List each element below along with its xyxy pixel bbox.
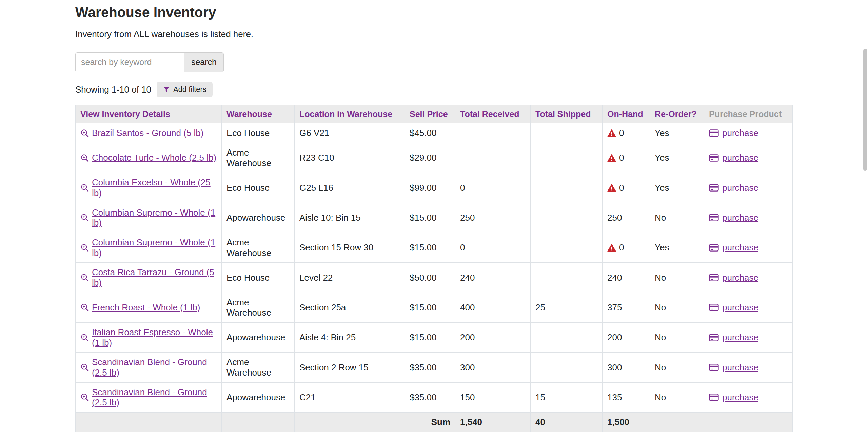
reorder-cell: No (650, 353, 704, 382)
inventory-details-label: Columbian Supremo - Whole (1 lb) (92, 237, 217, 258)
table-row: Scandinavian Blend - Ground (2.5 lb) Acm… (76, 353, 793, 382)
on-hand-cell: 135 (603, 382, 650, 412)
purchase-link-label: purchase (722, 362, 758, 373)
inventory-details-link[interactable]: Brazil Santos - Ground (5 lb) (80, 128, 217, 138)
purchase-link[interactable]: purchase (709, 273, 788, 283)
low-stock-warning-icon (607, 184, 616, 192)
purchase-link[interactable]: purchase (709, 392, 788, 403)
header-warehouse[interactable]: Warehouse (222, 105, 295, 123)
on-hand-value: 0 (619, 128, 624, 138)
sell-price-cell: $15.00 (405, 233, 455, 263)
location-cell: Section 15 Row 30 (295, 233, 405, 263)
purchase-link[interactable]: purchase (709, 153, 788, 163)
inventory-details-label: Italian Roast Espresso - Whole (1 lb) (92, 327, 217, 348)
credit-card-icon (709, 363, 719, 371)
warehouse-cell: Acme Warehouse (222, 293, 295, 322)
purchase-link[interactable]: purchase (709, 128, 788, 138)
warehouse-cell: Acme Warehouse (222, 233, 295, 263)
warehouse-inventory-page: Warehouse Inventory Inventory from ALL w… (75, 4, 794, 432)
sum-total-received: 1,540 (455, 413, 531, 432)
on-hand-value: 0 (619, 153, 624, 163)
total-shipped-cell (531, 173, 603, 203)
purchase-link[interactable]: purchase (709, 332, 788, 343)
sell-price-cell: $45.00 (405, 123, 455, 143)
purchase-link[interactable]: purchase (709, 362, 788, 373)
inventory-details-link[interactable]: Scandinavian Blend - Ground (2.5 lb) (80, 357, 217, 378)
on-hand-value: 240 (607, 273, 622, 283)
header-total-received[interactable]: Total Received (455, 105, 531, 123)
search-button[interactable]: search (184, 52, 224, 72)
reorder-cell: No (650, 382, 704, 412)
header-view-inventory-details[interactable]: View Inventory Details (76, 105, 222, 123)
inventory-details-link[interactable]: French Roast - Whole (1 lb) (80, 302, 217, 313)
total-shipped-cell (531, 233, 603, 263)
warehouse-cell: Apowarehouse (222, 382, 295, 412)
purchase-cell: purchase (704, 263, 793, 293)
on-hand-cell: 300 (603, 353, 650, 382)
table-row: Scandinavian Blend - Ground (2.5 lb) Apo… (76, 382, 793, 412)
table-row: Columbian Supremo - Whole (1 lb) Acme Wa… (76, 233, 793, 263)
search-input[interactable] (75, 52, 184, 72)
low-stock-warning-icon (607, 129, 616, 137)
sum-empty-cell (295, 413, 405, 432)
table-row: Chocolate Turle - Whole (2.5 lb) Acme Wa… (76, 143, 793, 173)
add-filters-button[interactable]: Add filters (157, 82, 213, 97)
purchase-link-label: purchase (722, 332, 758, 343)
sell-price-cell: $35.00 (405, 353, 455, 382)
sum-total-shipped: 40 (531, 413, 603, 432)
purchase-link[interactable]: purchase (709, 302, 788, 313)
total-shipped-cell: 15 (531, 382, 603, 412)
sum-label: Sum (405, 413, 455, 432)
filter-row: Showing 1-10 of 10 Add filters (75, 82, 794, 97)
inventory-details-link[interactable]: Chocolate Turle - Whole (2.5 lb) (80, 153, 217, 163)
inventory-details-link[interactable]: Columbian Supremo - Whole (1 lb) (80, 207, 217, 228)
purchase-cell: purchase (704, 382, 793, 412)
header-total-shipped[interactable]: Total Shipped (531, 105, 603, 123)
credit-card-icon (709, 154, 719, 162)
sum-empty-cell (76, 413, 222, 432)
magnifier-zoom-in-icon (80, 129, 89, 138)
purchase-link-label: purchase (722, 128, 758, 138)
header-on-hand[interactable]: On-Hand (603, 105, 650, 123)
credit-card-icon (709, 274, 719, 282)
sum-on-hand: 1,500 (603, 413, 650, 432)
inventory-details-link[interactable]: Scandinavian Blend - Ground (2.5 lb) (80, 387, 217, 408)
purchase-link[interactable]: purchase (709, 183, 788, 193)
purchase-link[interactable]: purchase (709, 213, 788, 223)
sum-empty-cell (704, 413, 793, 432)
inventory-details-link[interactable]: Costa Rica Tarrazu - Ground (5 lb) (80, 267, 217, 288)
table-header-row: View Inventory Details Warehouse Locatio… (76, 105, 793, 123)
purchase-link-label: purchase (722, 302, 758, 313)
inventory-details-link[interactable]: Columbia Excelso - Whole (25 lb) (80, 177, 217, 198)
inventory-details-label: French Roast - Whole (1 lb) (92, 302, 200, 313)
purchase-link-label: purchase (722, 213, 758, 223)
inventory-details-cell: Scandinavian Blend - Ground (2.5 lb) (76, 353, 222, 382)
reorder-cell: Yes (650, 123, 704, 143)
scrollbar-thumb[interactable] (863, 49, 867, 171)
total-received-cell: 300 (455, 353, 531, 382)
inventory-details-link[interactable]: Italian Roast Espresso - Whole (1 lb) (80, 327, 217, 348)
purchase-cell: purchase (704, 293, 793, 322)
location-cell: Section 2 Row 15 (295, 353, 405, 382)
inventory-details-label: Chocolate Turle - Whole (2.5 lb) (92, 153, 216, 163)
total-received-cell: 240 (455, 263, 531, 293)
header-reorder[interactable]: Re-Order? (650, 105, 704, 123)
inventory-details-link[interactable]: Columbian Supremo - Whole (1 lb) (80, 237, 217, 258)
on-hand-cell: 200 (603, 323, 650, 353)
low-stock-warning-icon (607, 244, 616, 252)
purchase-link[interactable]: purchase (709, 242, 788, 253)
page-subtitle: Inventory from ALL warehouses is listed … (75, 29, 794, 39)
header-sell-price[interactable]: Sell Price (405, 105, 455, 123)
purchase-link-label: purchase (722, 242, 758, 253)
total-received-cell: 200 (455, 323, 531, 353)
table-row: Brazil Santos - Ground (5 lb) Eco House … (76, 123, 793, 143)
reorder-cell: Yes (650, 173, 704, 203)
inventory-details-label: Scandinavian Blend - Ground (2.5 lb) (92, 387, 217, 408)
sell-price-cell: $99.00 (405, 173, 455, 203)
inventory-details-cell: Costa Rica Tarrazu - Ground (5 lb) (76, 263, 222, 293)
purchase-link-label: purchase (722, 273, 758, 283)
header-location-in-warehouse[interactable]: Location in Warehouse (295, 105, 405, 123)
credit-card-icon (709, 334, 719, 342)
total-received-cell: 150 (455, 382, 531, 412)
total-received-cell: 0 (455, 233, 531, 263)
